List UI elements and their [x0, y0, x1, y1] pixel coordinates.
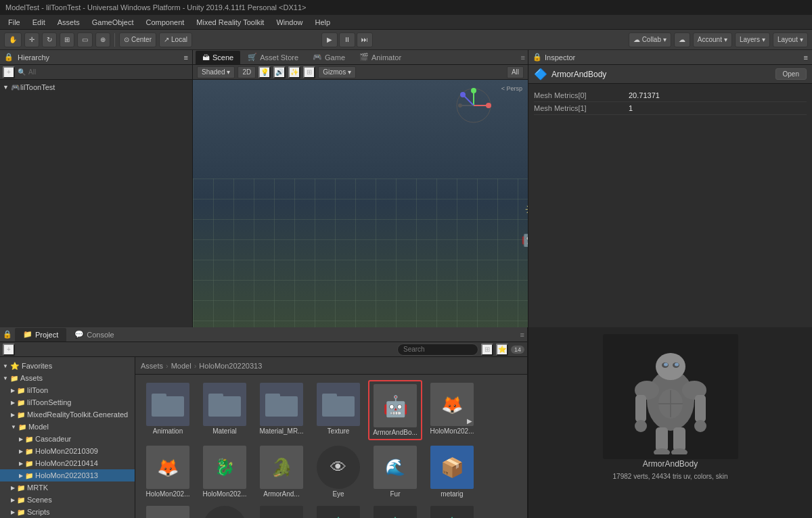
tree-model[interactable]: ▼ 📁 Model — [0, 421, 135, 433]
asset-armorand[interactable]: 🐊 ArmorAnd... — [254, 443, 309, 500]
hand-tool[interactable]: ✋ — [4, 32, 22, 47]
tree-liltoon[interactable]: ▶ 📁 lilToon — [0, 384, 135, 396]
2d-btn[interactable]: 2D — [238, 66, 256, 78]
tree-scenes[interactable]: ▶ 📁 Scenes — [0, 494, 135, 506]
scene-grid-btn[interactable]: ⊞ — [303, 66, 315, 78]
asset-grid: Animation Material — [135, 375, 527, 518]
hm313-arrow: ▶ — [19, 473, 23, 479]
pause-button[interactable]: ⏸ — [339, 32, 355, 47]
local-btn[interactable]: ↗ Local — [159, 32, 192, 47]
center-btn[interactable]: ⊙ Center — [119, 32, 156, 47]
asset-metarig[interactable]: 📦 metarig — [425, 443, 479, 500]
tab-asset-store[interactable]: 🛒 Asset Store — [241, 51, 305, 64]
bc-model[interactable]: Model — [171, 362, 191, 370]
asset-holomon1[interactable]: 🦊 ▶ HoloMon202... — [425, 380, 479, 440]
gizmos-dropdown[interactable]: Gizmos ▾ — [318, 66, 356, 78]
asset-fur[interactable]: 🌊 Fur — [368, 443, 422, 500]
asset-eye2[interactable]: ⊙ Eye — [198, 503, 252, 518]
asset-texture[interactable]: Texture — [311, 380, 365, 440]
play-button[interactable]: ▶ — [321, 32, 338, 47]
tree-mrtk[interactable]: ▶ 📁 MRTK — [0, 481, 135, 494]
step-button[interactable]: ⏭ — [357, 32, 373, 47]
rotate-tool[interactable]: ↻ — [42, 32, 57, 47]
tab-game[interactable]: 🎮 Game — [306, 51, 352, 64]
hierarchy-menu-icon[interactable]: ≡ — [184, 53, 188, 62]
menu-gameobject[interactable]: GameObject — [87, 17, 139, 28]
view-tabs: 🏔 Scene 🛒 Asset Store 🎮 Game 🎬 Animator … — [193, 50, 528, 65]
scene-gizmo[interactable] — [453, 85, 494, 126]
view-menu-icon[interactable]: ≡ — [521, 53, 525, 62]
tree-scripts[interactable]: ▶ 📁 Scripts — [0, 506, 135, 518]
asset-eye[interactable]: 👁 Eye — [311, 443, 365, 500]
menu-assets[interactable]: Assets — [52, 17, 85, 28]
filter-btn[interactable]: ⊞ — [481, 344, 493, 356]
animation-label: Animation — [153, 427, 183, 435]
menu-file[interactable]: File — [3, 17, 26, 28]
tree-cascadeur[interactable]: ▶ 📁 Cascadeur — [0, 433, 135, 445]
menu-mrtk[interactable]: Mixed Reality Toolkit — [191, 17, 269, 28]
asset-armorand2[interactable]: 🤖 ArmorAnd... — [141, 503, 195, 518]
bc-assets[interactable]: Assets — [141, 362, 163, 370]
star-btn[interactable]: ⭐ — [496, 344, 508, 356]
scene-light-btn[interactable]: 💡 — [258, 66, 271, 78]
tree-mrtk-gen[interactable]: ▶ 📁 MixedRealityToolkit.Generated — [0, 408, 135, 421]
metarig-thumb: 📦 — [430, 446, 474, 489]
holomon-r2-thumb: 🐉 — [203, 446, 246, 489]
layout-button[interactable]: Layout ▾ — [773, 32, 808, 47]
menu-edit[interactable]: Edit — [27, 17, 51, 28]
tree-liltoonsetting[interactable]: ▶ 📁 lilToonSetting — [0, 396, 135, 408]
tree-holomon414[interactable]: ▶ 📁 HoloMon20210414 — [0, 457, 135, 469]
asset-material[interactable]: Material — [198, 380, 252, 440]
hm309-label: HoloMon20210309 — [35, 447, 98, 455]
menu-window[interactable]: Window — [271, 17, 308, 28]
add-asset-btn[interactable]: + — [3, 344, 15, 356]
asset-animation[interactable]: Animation — [141, 380, 195, 440]
tree-holomon313[interactable]: ▶ 📁 HoloMon20220313 — [0, 469, 135, 481]
menu-help[interactable]: Help — [310, 17, 336, 28]
account-button[interactable]: Account ▾ — [693, 32, 732, 47]
project-tab-label: Project — [35, 331, 58, 339]
scale-tool[interactable]: ⊞ — [60, 32, 74, 47]
asset-material-mr[interactable]: Material_MR... — [254, 380, 309, 440]
tree-favorites[interactable]: ▼ ⭐ Favorites — [0, 360, 135, 372]
tree-holomon309[interactable]: ▶ 📁 HoloMon20210309 — [0, 445, 135, 457]
transform-tool[interactable]: ⊕ — [95, 32, 110, 47]
layers-button[interactable]: Layers ▾ — [735, 32, 770, 47]
scene-viewport[interactable]: < Persp ☀ 🤖 — [193, 80, 528, 327]
move-tool[interactable]: ✛ — [24, 32, 39, 47]
inspector-menu-icon[interactable]: ≡ — [804, 53, 808, 62]
asset-search-input[interactable] — [397, 344, 478, 356]
tab-console[interactable]: 💬 Console — [66, 328, 122, 342]
bc-holomon[interactable]: HoloMon20220313 — [199, 362, 262, 370]
layout-label: Layout — [777, 36, 798, 43]
asset-mat1[interactable]: material... — [311, 503, 365, 518]
asset-holomon-row2[interactable]: 🐉 HoloMon202... — [198, 443, 252, 500]
tab-project[interactable]: 📁 Project — [15, 328, 66, 342]
collab-button[interactable]: ☁ Collab ▾ — [629, 32, 671, 47]
tab-scene[interactable]: 🏔 Scene — [196, 51, 240, 64]
scene-audio-btn[interactable]: 🔊 — [273, 66, 286, 78]
sep1 — [114, 33, 115, 47]
menu-component[interactable]: Component — [140, 17, 189, 28]
asset-mat0[interactable]: 🔘 ... — [254, 503, 309, 518]
bottom-tabs: 🔒 📁 Project 💬 Console ≡ — [0, 327, 527, 342]
tree-assets[interactable]: ▼ 📁 Assets — [0, 372, 135, 384]
hierarchy-item-root[interactable]: ▼ 🎮 lilToonTest — [0, 81, 192, 93]
cloud-button[interactable]: ☁ — [674, 32, 690, 47]
hm309-arrow: ▶ — [19, 448, 23, 454]
scene-fx-btn[interactable]: ✨ — [288, 66, 300, 78]
asset-mat3[interactable]: material... — [425, 503, 479, 518]
hm313-icon: 📁 — [25, 472, 33, 479]
tab-animator[interactable]: 🎬 Animator — [353, 51, 408, 64]
asset-armorbody[interactable]: 🤖 ArmorAndBo... — [368, 380, 422, 440]
liltoon-arrow: ▶ — [11, 387, 15, 394]
open-button[interactable]: Open — [775, 68, 807, 80]
asset-mat2[interactable]: material... — [368, 503, 422, 518]
shaded-dropdown[interactable]: Shaded ▾ — [197, 66, 235, 78]
asset-holomon2[interactable]: 🦊 HoloMon202... — [141, 443, 195, 500]
bottom-menu-icon[interactable]: ≡ — [520, 331, 524, 339]
scenes-label: Scenes — [27, 496, 52, 504]
all-dropdown[interactable]: All — [507, 66, 524, 78]
hierarchy-add-btn[interactable]: + — [3, 66, 15, 78]
rect-tool[interactable]: ▭ — [77, 32, 93, 47]
